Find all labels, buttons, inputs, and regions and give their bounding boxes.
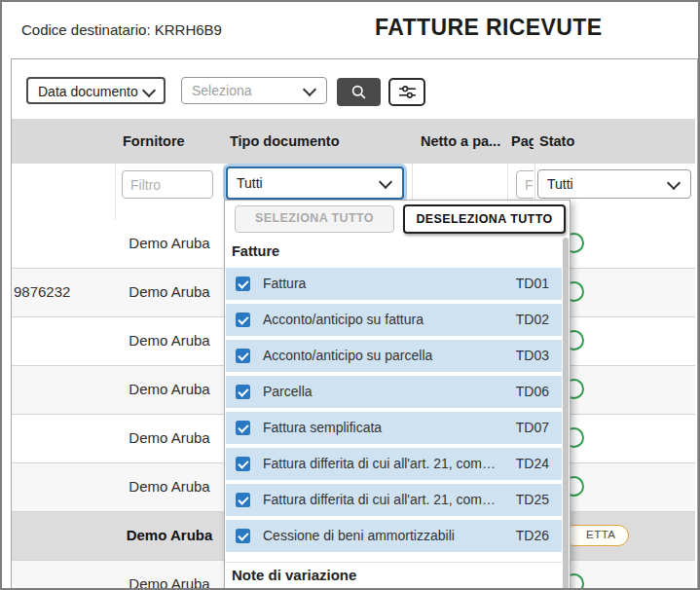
item-label: Acconto/anticipo su fattura — [263, 312, 424, 327]
checkbox-checked-icon[interactable] — [236, 385, 250, 399]
item-code: TD26 — [516, 528, 549, 543]
item-label: Fattura differita di cui all'art. 21, co… — [263, 492, 496, 507]
dropdown-item[interactable]: Parcella TD06 — [226, 376, 562, 408]
chevron-down-icon — [379, 175, 392, 189]
col-header-pagamento[interactable]: Pag — [511, 133, 534, 149]
dropdown-item[interactable]: Fattura semplificata TD07 — [226, 412, 562, 444]
stato-filter-value: Tutti — [547, 176, 573, 192]
dropdown-scrollbar[interactable] — [563, 238, 569, 590]
fornitore-cell: Demo Aruba — [115, 429, 224, 446]
fornitore-filter-input[interactable] — [122, 170, 213, 199]
chevron-down-icon — [667, 176, 681, 190]
item-code: TD01 — [516, 276, 549, 291]
dropdown-item[interactable]: Fattura differita di cui all'art. 21, co… — [226, 484, 562, 516]
status-badge: ETTA — [563, 525, 629, 546]
checkbox-checked-icon[interactable] — [236, 457, 250, 471]
col-header-netto[interactable]: Netto a pa... — [421, 133, 500, 149]
type-filter-placeholder: Seleziona — [192, 83, 252, 98]
item-label: Fattura semplificata — [263, 420, 382, 435]
date-filter-value: Data documento — [38, 84, 138, 99]
dropdown-item[interactable]: Fattura differita di cui all'art. 21, co… — [226, 448, 562, 480]
seleziona-tutto-button[interactable]: SELEZIONA TUTTO — [235, 205, 394, 233]
item-code: TD07 — [516, 420, 549, 435]
fornitore-cell: Demo Aruba — [115, 235, 224, 251]
deseleziona-tutto-button[interactable]: DESELEZIONA TUTTO — [403, 204, 566, 234]
item-label: Cessione di beni ammortizzabili — [263, 528, 455, 543]
date-filter-select[interactable]: Data documento — [26, 77, 166, 104]
group-label-fatture: Fatture — [232, 243, 279, 259]
fornitore-cell: Demo Aruba — [115, 527, 224, 543]
item-label: Parcella — [263, 384, 313, 399]
group-divider — [225, 562, 570, 563]
item-label: Fattura differita di cui all'art. 21, co… — [263, 456, 496, 471]
page-title: FATTURE RICEVUTE — [375, 15, 602, 41]
fornitore-cell: Demo Aruba — [115, 283, 224, 300]
fornitore-cell: Demo Aruba — [115, 381, 224, 397]
fornitore-cell: Demo Aruba — [115, 332, 224, 349]
tipo-filter-value: Tutti — [237, 175, 263, 191]
item-code: TD03 — [516, 348, 549, 363]
chevron-down-icon — [303, 83, 316, 96]
checkbox-checked-icon[interactable] — [236, 529, 250, 543]
item-code: TD02 — [516, 312, 549, 327]
col-header-tipo-documento[interactable]: Tipo documento — [230, 133, 340, 149]
checkbox-checked-icon[interactable] — [236, 493, 250, 507]
dropdown-item[interactable]: Acconto/anticipo su fattura TD02 — [226, 304, 562, 336]
chevron-down-icon — [142, 84, 156, 97]
pagamento-filter-clip — [516, 170, 534, 199]
dropdown-item[interactable]: Cessione di beni ammortizzabili TD26 — [226, 520, 562, 552]
table-header-row: Fornitore Tipo documento Netto a pa... P… — [12, 119, 695, 164]
checkbox-checked-icon[interactable] — [236, 421, 250, 435]
item-label: Fattura — [263, 276, 306, 291]
dropdown-item[interactable]: Acconto/anticipo su parcella TD03 — [226, 340, 562, 372]
stato-filter-select[interactable]: Tutti — [537, 169, 691, 199]
numero-cell: 9876232 — [14, 283, 70, 300]
checkbox-checked-icon[interactable] — [236, 277, 250, 291]
checkbox-checked-icon[interactable] — [236, 313, 250, 327]
sliders-icon — [398, 85, 417, 99]
pagamento-filter-input[interactable] — [516, 170, 534, 199]
col-header-stato[interactable]: Stato — [539, 133, 574, 149]
fornitore-cell: Demo Aruba — [115, 478, 224, 495]
col-header-fornitore[interactable]: Fornitore — [123, 133, 185, 149]
column-divider — [115, 164, 116, 220]
fatture-ricevute-window: Codice destinatario: KRRH6B9 FATTURE RIC… — [0, 0, 700, 590]
tipo-documento-filter-select[interactable]: Tutti — [226, 166, 404, 200]
search-button[interactable] — [337, 78, 381, 106]
item-code: TD25 — [516, 492, 549, 507]
search-icon — [350, 84, 367, 100]
item-code: TD24 — [516, 456, 549, 471]
type-filter-select[interactable]: Seleziona — [181, 77, 327, 104]
group-label-note-di-variazione: Note di variazione — [232, 567, 356, 583]
fornitore-cell: Demo Aruba — [115, 575, 224, 590]
dropdown-item[interactable]: Fattura TD01 — [226, 268, 562, 300]
checkbox-checked-icon[interactable] — [236, 349, 250, 363]
advanced-filters-button[interactable] — [388, 78, 425, 106]
codice-destinatario: Codice destinatario: KRRH6B9 — [21, 21, 222, 38]
item-label: Acconto/anticipo su parcella — [263, 348, 432, 363]
tipo-documento-dropdown-panel: SELEZIONA TUTTO DESELEZIONA TUTTO Fattur… — [224, 200, 571, 590]
item-code: TD06 — [516, 384, 549, 399]
